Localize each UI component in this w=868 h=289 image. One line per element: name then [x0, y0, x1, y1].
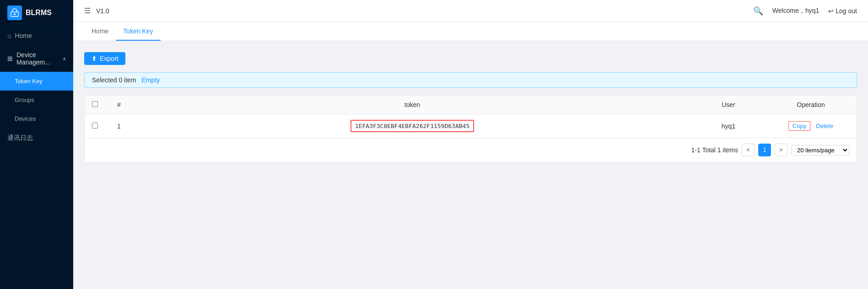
sidebar-item-comm-log-label: 通讯日志 — [7, 134, 33, 142]
svg-point-1 — [14, 13, 16, 15]
sidebar-item-token-key[interactable]: Token Key — [0, 72, 73, 91]
sidebar-item-home[interactable]: ⌂ Home — [0, 26, 73, 45]
logout-icon: ↩ — [828, 7, 834, 15]
tab-home[interactable]: Home — [84, 22, 116, 41]
selection-bar: Selected 0 item Empty — [84, 72, 857, 88]
version-label: V1.0 — [96, 7, 109, 15]
selected-text: Selected 0 item — [92, 76, 136, 84]
header-user: User — [692, 96, 765, 114]
row-num: 1 — [105, 114, 133, 138]
table-row: 1 1EFA3F3C8EBF4EBFA262F1159D63AB45 hyq1 … — [85, 114, 857, 138]
row-checkbox-cell — [85, 114, 105, 138]
pagination-page-1[interactable]: 1 — [758, 144, 771, 156]
header-token: token — [133, 96, 692, 114]
logout-button[interactable]: ↩ Log out — [828, 7, 857, 15]
search-icon[interactable]: 🔍 — [753, 6, 763, 16]
tab-token-key[interactable]: Token Key — [116, 22, 160, 41]
topbar-right: 🔍 Welcome，hyq1 ↩ Log out — [753, 6, 857, 16]
row-user: hyq1 — [692, 114, 765, 138]
chevron-up-icon: ∧ — [63, 56, 66, 61]
items-per-page-select[interactable]: 20 items/page 50 items/page 100 items/pa… — [791, 145, 849, 155]
sidebar-item-groups-label: Groups — [15, 96, 34, 103]
logo-text: BLRMS — [26, 9, 52, 17]
pagination-prev[interactable]: < — [742, 144, 755, 156]
token-value: 1EFA3F3C8EBF4EBFA262F1159D63AB45 — [350, 120, 474, 132]
row-operations: Copy Delete — [765, 114, 857, 138]
hamburger-icon[interactable]: ☰ — [84, 6, 91, 15]
tab-home-label: Home — [92, 27, 108, 35]
sidebar: BLRMS ⌂ Home ⊞ Device Managem... ∧ Token… — [0, 0, 73, 289]
content-area: ⬆ Export Selected 0 item Empty # — [73, 41, 868, 289]
sidebar-item-device-management[interactable]: ⊞ Device Managem... ∧ — [0, 45, 73, 72]
main-area: ☰ V1.0 🔍 Welcome，hyq1 ↩ Log out Home Tok… — [73, 0, 868, 289]
sidebar-item-device-management-label: Device Managem... — [16, 51, 59, 66]
empty-link[interactable]: Empty — [142, 76, 160, 84]
tabs-bar: Home Token Key — [73, 22, 868, 41]
sidebar-item-home-label: Home — [15, 32, 32, 39]
copy-button[interactable]: Copy — [788, 121, 810, 131]
topbar: ☰ V1.0 🔍 Welcome，hyq1 ↩ Log out — [73, 0, 868, 22]
row-checkbox[interactable] — [92, 123, 98, 128]
header-checkbox-cell — [85, 96, 105, 114]
pagination: 1-1 Total 1 items < 1 > 20 items/page 50… — [85, 138, 857, 162]
sidebar-item-devices[interactable]: Devices — [0, 109, 73, 128]
welcome-text: Welcome，hyq1 — [772, 7, 819, 15]
tab-token-key-label: Token Key — [123, 27, 153, 35]
sidebar-menu: ⌂ Home ⊞ Device Managem... ∧ Token Key G… — [0, 26, 73, 289]
sidebar-item-comm-log[interactable]: 通讯日志 — [0, 128, 73, 148]
table-header-row: # token User Operation — [85, 96, 857, 114]
logout-label: Log out — [836, 7, 857, 15]
sidebar-item-devices-label: Devices — [15, 115, 36, 122]
sidebar-logo: BLRMS — [0, 0, 73, 26]
logo-icon — [7, 5, 22, 20]
delete-button[interactable]: Delete — [816, 123, 833, 129]
header-operation: Operation — [765, 96, 857, 114]
sidebar-item-token-key-label: Token Key — [15, 78, 43, 85]
export-label: Export — [100, 55, 118, 62]
pagination-next[interactable]: > — [775, 144, 787, 156]
header-num: # — [105, 96, 133, 114]
export-icon: ⬆ — [92, 55, 97, 62]
row-token-cell: 1EFA3F3C8EBF4EBFA262F1159D63AB45 — [133, 114, 692, 138]
home-icon: ⌂ — [7, 32, 11, 39]
select-all-checkbox[interactable] — [92, 101, 98, 107]
sidebar-item-groups[interactable]: Groups — [0, 91, 73, 109]
data-table: # token User Operation 1 1EFA3F3C8EBF4EB… — [84, 95, 857, 162]
device-management-icon: ⊞ — [7, 55, 13, 62]
pagination-info: 1-1 Total 1 items — [691, 146, 738, 154]
export-button[interactable]: ⬆ Export — [84, 52, 125, 65]
